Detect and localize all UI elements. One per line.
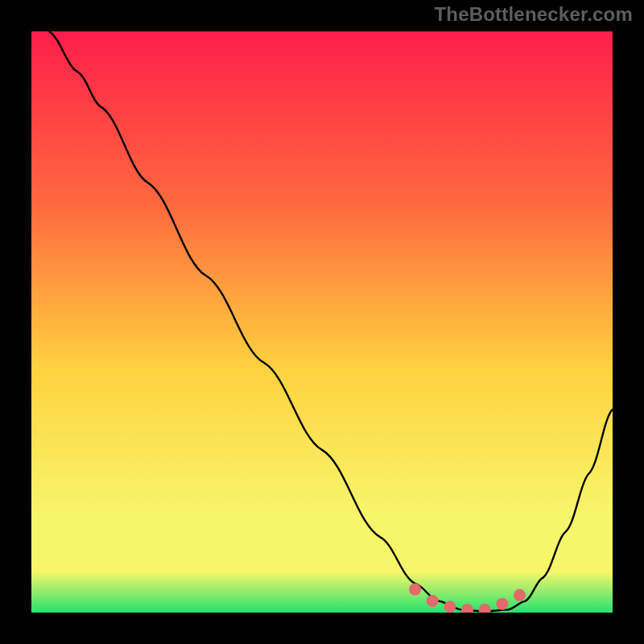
optimal-marker bbox=[514, 589, 526, 601]
optimal-marker bbox=[444, 601, 456, 613]
optimal-marker bbox=[409, 584, 421, 596]
optimal-marker bbox=[427, 595, 439, 607]
plot-area bbox=[31, 31, 613, 613]
watermark-text: TheBottlenecker.com bbox=[434, 3, 633, 26]
gradient-background bbox=[31, 31, 613, 613]
bottleneck-chart bbox=[31, 31, 613, 613]
chart-frame: TheBottlenecker.com bbox=[0, 0, 644, 644]
optimal-marker bbox=[496, 598, 508, 610]
